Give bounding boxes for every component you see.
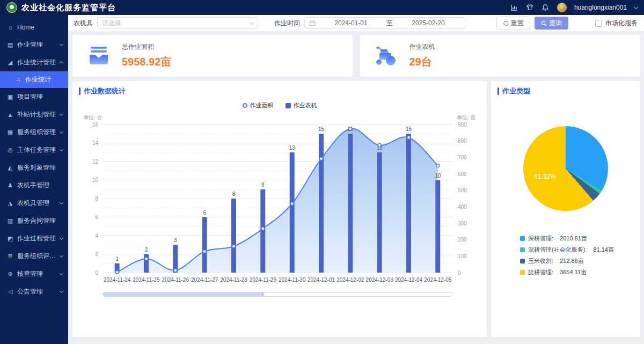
chevron-down-icon: [60, 42, 63, 46]
sidebar-item-label: 作业管理: [17, 40, 58, 49]
date-start[interactable]: 2024-01-01: [319, 19, 383, 27]
stats-row: 总作业面积 5958.92亩 作业农机 29台: [68, 31, 644, 77]
svg-text:6: 6: [203, 210, 206, 216]
svg-text:8: 8: [95, 196, 98, 202]
chevron-down-icon: [250, 20, 254, 24]
stat-card-total-area: 总作业面积 5958.92亩: [72, 35, 353, 77]
sidebar-item-作业统计管理[interactable]: ◢作业统计管理: [0, 54, 68, 71]
sidebar-item-主体任务管理[interactable]: ◎主体任务管理: [0, 141, 68, 159]
analytics-icon[interactable]: [510, 4, 518, 12]
service-target-icon: ◭: [6, 164, 14, 171]
sidebar-item-核查管理[interactable]: ⊛核查管理: [0, 265, 68, 283]
username[interactable]: huanglongxian001: [574, 4, 627, 11]
svg-text:单位: 亩: 单位: 亩: [457, 114, 476, 120]
sidebar-item-公告管理[interactable]: ◁公告管理: [0, 283, 68, 301]
pie-chart[interactable]: 61.32%: [523, 126, 608, 211]
sidebar-item-服务对象管理[interactable]: ◭服务对象管理: [0, 159, 68, 177]
datazoom-fill[interactable]: [103, 292, 264, 296]
sidebar-item-label: 服务合同管理: [17, 216, 63, 225]
sidebar-item-label: Home: [17, 24, 63, 31]
sidebar-item-作业过程管理[interactable]: ◩作业过程管理: [0, 230, 68, 247]
svg-text:10: 10: [435, 173, 441, 179]
svg-text:0: 0: [458, 270, 461, 276]
machine-select[interactable]: 请选择: [97, 17, 258, 29]
legend-item-area[interactable]: 作业面积: [243, 101, 274, 109]
area-total-icon: [86, 45, 111, 67]
sidebar-item-作业统计[interactable]: ∴作业统计: [0, 71, 68, 88]
line-series-marker-icon: [243, 103, 247, 108]
chevron-down-icon: [60, 272, 63, 275]
pie-legend-item[interactable]: 旋耕管理:3654.11亩: [520, 268, 633, 276]
sidebar-menu: ⌂Home▤作业管理◢作业统计管理∴作业统计▣项目管理▲补贴计划管理▦服务组织管…: [0, 15, 68, 301]
sidebar-item-label: 服务组织评价管理: [17, 252, 58, 261]
svg-text:100: 100: [458, 253, 467, 259]
combo-chart-title: 作业数据统计: [84, 86, 126, 96]
date-end[interactable]: 2025-02-20: [396, 19, 460, 27]
pie-chart-panel: 作业类型 61.32% 深耕管理:2010.81亩深耕管理(社会化服务):81.…: [491, 81, 640, 337]
search-button[interactable]: 查询: [535, 17, 568, 30]
pie-chart-title: 作业类型: [502, 86, 530, 96]
svg-text:13: 13: [289, 145, 296, 151]
legend-swatch-icon: [520, 236, 525, 241]
tractor-icon: [374, 45, 399, 67]
chevron-down-icon: [60, 201, 63, 204]
legend-label: 旋耕管理:: [528, 268, 553, 276]
svg-text:2024-11-24: 2024-11-24: [104, 277, 131, 283]
pie-legend-item[interactable]: 深耕管理(社会化服务):81.14亩: [520, 246, 633, 254]
work-stats-mgmt-icon: ◢: [6, 59, 14, 66]
theme-icon[interactable]: [526, 4, 534, 12]
chevron-down-icon: [60, 112, 63, 116]
notifications-icon[interactable]: [541, 4, 550, 12]
sidebar-item-农机具管理[interactable]: ◮农机具管理: [0, 194, 68, 212]
svg-text:15: 15: [406, 126, 412, 132]
section-accent-bar: [497, 87, 499, 95]
datazoom-slider[interactable]: [103, 292, 452, 297]
service-contract-icon: ▥: [6, 217, 14, 224]
legend-swatch-icon: [520, 270, 525, 275]
sidebar-item-项目管理[interactable]: ▣项目管理: [0, 88, 68, 106]
subject-task-icon: ◎: [6, 147, 14, 153]
sidebar: ⌂Home▤作业管理◢作业统计管理∴作业统计▣项目管理▲补贴计划管理▦服务组织管…: [0, 15, 68, 344]
org-evaluation-icon: ≣: [6, 253, 14, 260]
legend-value: 212.86亩: [560, 257, 584, 265]
legend-value: 2010.81亩: [560, 235, 587, 243]
svg-text:900: 900: [458, 122, 467, 128]
machine-label: 农机具: [74, 19, 93, 28]
date-separator: 至: [386, 19, 393, 28]
pie-legend-item[interactable]: 深耕管理:2010.81亩: [520, 235, 633, 243]
svg-text:15: 15: [318, 126, 325, 132]
machinery-mgmt-icon: ◮: [6, 200, 14, 207]
sidebar-item-服务组织评价管理[interactable]: ≣服务组织评价管理: [0, 247, 68, 265]
sidebar-item-label: 服务对象管理: [17, 163, 63, 172]
combo-chart-svg[interactable]: 0246810121416010020030040050060070080090…: [79, 111, 480, 289]
market-service-checkbox-wrap[interactable]: 市场化服务: [595, 19, 638, 28]
date-range-picker[interactable]: 2024-01-01 至 2025-02-20: [304, 17, 465, 29]
svg-text:2024-12-04: 2024-12-04: [395, 277, 423, 283]
sidebar-item-农机手管理[interactable]: ♟农机手管理: [0, 177, 68, 194]
svg-text:400: 400: [458, 204, 467, 210]
svg-text:600: 600: [458, 171, 467, 177]
svg-text:6: 6: [95, 214, 98, 220]
home-icon: ⌂: [6, 24, 14, 31]
sidebar-item-Home[interactable]: ⌂Home: [0, 18, 68, 36]
sidebar-item-label: 服务组织管理: [17, 128, 58, 137]
combo-chart-legend: 作业面积 作业农机: [79, 101, 480, 109]
reset-button[interactable]: 重置: [496, 17, 530, 30]
sidebar-item-label: 核查管理: [17, 269, 58, 279]
legend-value: 81.14亩: [593, 246, 614, 254]
sidebar-item-补贴计划管理[interactable]: ▲补贴计划管理: [0, 106, 68, 123]
legend-item-machines[interactable]: 作业农机: [286, 101, 317, 109]
charts-row: 作业数据统计 作业面积 作业农机 02468101214160100200300…: [68, 77, 644, 341]
sidebar-item-服务组织管理[interactable]: ▦服务组织管理: [0, 123, 68, 141]
sidebar-item-服务合同管理[interactable]: ▥服务合同管理: [0, 212, 68, 230]
user-avatar[interactable]: [557, 3, 567, 12]
market-service-checkbox[interactable]: [595, 20, 602, 27]
main-content: 农机具 请选择 作业时间 2024-01-01 至 2025-02-20 重置 …: [68, 15, 644, 344]
notice-mgmt-icon: ◁: [6, 288, 14, 295]
pie-legend-item[interactable]: 玉米收割:212.86亩: [520, 257, 633, 265]
service-org-icon: ▦: [6, 129, 14, 136]
sidebar-item-作业管理[interactable]: ▤作业管理: [0, 36, 68, 54]
sidebar-item-label: 项目管理: [17, 92, 63, 101]
section-accent-bar: [79, 87, 80, 95]
user-menu-chevron-icon[interactable]: [634, 4, 638, 9]
